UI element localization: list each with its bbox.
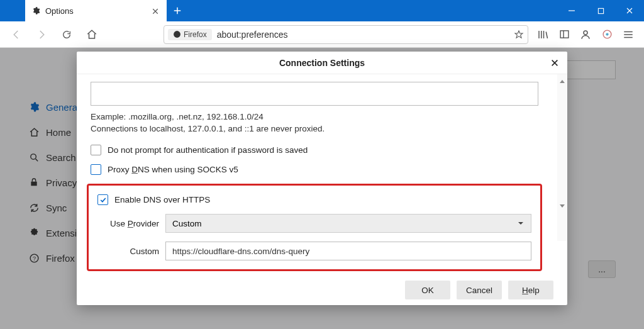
proxy-example-text: Example: .mozilla.org, .net.nz, 192.168.… [91,112,557,121]
identity-label: Firefox [184,30,207,39]
url-text: about:preferences [212,30,514,40]
dialog-close-button[interactable] [548,57,561,69]
reload-button[interactable] [57,25,77,45]
checkbox-label: Enable DNS over HTTPS [114,195,210,204]
close-tab-icon[interactable] [152,6,160,15]
whatsnew-icon[interactable] [597,25,616,44]
input-value: https://cloudflare-dns.com/dns-query [172,247,309,256]
window-titlebar: Options [0,0,644,21]
select-value: Custom [172,219,202,228]
browser-tab[interactable]: Options [25,0,167,21]
checkbox-proxydns[interactable] [91,164,101,175]
checkbox-label: Do not prompt for authentication if pass… [108,145,308,155]
help-button[interactable]: Help [508,281,553,299]
sidebar-icon[interactable] [555,25,574,44]
address-bar[interactable]: Firefox about:preferences [164,25,528,44]
dialog-header: Connection Settings [77,52,567,74]
dialog-title: Connection Settings [279,58,365,68]
cancel-button[interactable]: Cancel [457,281,502,299]
library-icon[interactable] [533,25,552,44]
scroll-up-icon[interactable] [558,77,566,84]
custom-row: Custom https://cloudflare-dns.com/dns-qu… [97,242,531,260]
checkbox-row-noprompt[interactable]: Do not prompt for authentication if pass… [91,145,557,155]
home-button[interactable] [82,25,102,45]
checkbox-noprompt[interactable] [91,145,101,155]
svg-rect-2 [560,31,569,38]
maximize-button[interactable] [586,0,615,21]
highlight-box: Enable DNS over HTTPS Use Provider Custo… [87,184,542,271]
scroll-down-icon[interactable] [558,201,566,208]
svg-point-1 [174,31,180,38]
svg-point-3 [584,31,587,35]
proxy-note-text: Connections to localhost, 127.0.0.1, and… [91,124,557,133]
checkbox-row-proxydns[interactable]: Proxy DNS when using SOCKS v5 [91,164,557,175]
account-icon[interactable] [576,25,595,44]
connection-settings-dialog: Connection Settings Example: .mozilla.or… [77,52,567,305]
chevron-down-icon [517,220,525,229]
menu-icon[interactable] [619,25,638,44]
ok-button[interactable]: OK [405,281,450,299]
custom-url-input[interactable]: https://cloudflare-dns.com/dns-query [165,242,531,260]
checkbox-row-doh[interactable]: Enable DNS over HTTPS [97,194,531,205]
minimize-button[interactable] [557,0,586,21]
close-window-button[interactable] [615,0,644,21]
forward-button[interactable] [31,25,52,45]
checkbox-label: Proxy DNS when using SOCKS v5 [108,165,238,174]
provider-row: Use Provider Custom [97,214,531,233]
provider-label: Use Provider [97,219,165,228]
dialog-footer: OK Cancel Help [77,275,567,305]
identity-badge[interactable]: Firefox [168,29,212,40]
preferences-page: ... General Home Search Privacy & Securi… [0,48,644,329]
bookmark-star-icon[interactable] [514,30,524,40]
provider-select[interactable]: Custom [165,214,531,233]
svg-point-5 [606,33,608,35]
scrollbar[interactable] [557,74,567,241]
back-button[interactable] [6,25,26,45]
navigation-toolbar: Firefox about:preferences [0,21,644,48]
tab-title: Options [45,6,152,16]
window-controls [557,0,644,21]
gear-icon [31,6,40,15]
custom-label: Custom [97,247,165,256]
dialog-body: Example: .mozilla.org, .net.nz, 192.168.… [77,74,567,271]
firefox-icon [173,30,181,38]
svg-rect-0 [598,8,603,13]
no-proxy-textarea[interactable] [91,82,538,106]
checkbox-doh[interactable] [97,194,108,205]
new-tab-button[interactable] [167,0,188,21]
modal-overlay: Connection Settings Example: .mozilla.or… [0,48,644,329]
